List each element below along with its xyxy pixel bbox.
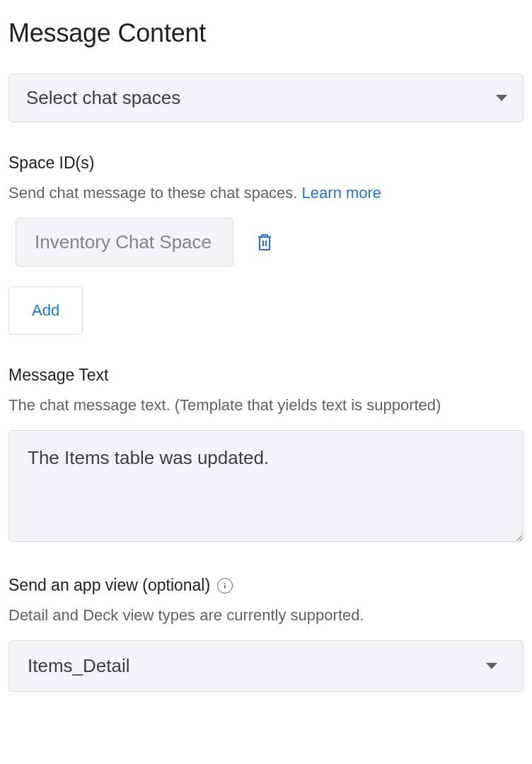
message-text-input[interactable] bbox=[8, 430, 524, 542]
info-icon[interactable] bbox=[217, 578, 233, 594]
space-id-row: Inventory Chat Space bbox=[16, 218, 524, 267]
space-ids-section: Space ID(s) Send chat message to these c… bbox=[8, 154, 524, 335]
space-ids-description-text: Send chat message to these chat spaces. bbox=[8, 184, 302, 202]
app-view-section: Send an app view (optional) Detail and D… bbox=[8, 576, 524, 692]
space-id-input[interactable]: Inventory Chat Space bbox=[16, 218, 233, 267]
space-ids-description: Send chat message to these chat spaces. … bbox=[8, 181, 524, 205]
message-text-section: Message Text The chat message text. (Tem… bbox=[8, 366, 524, 545]
svg-rect-2 bbox=[224, 585, 226, 589]
add-space-button[interactable]: Add bbox=[8, 286, 83, 335]
app-view-dropdown[interactable]: Items_Detail bbox=[8, 640, 524, 692]
delete-space-button[interactable] bbox=[253, 230, 276, 255]
svg-rect-0 bbox=[260, 237, 270, 250]
app-view-label: Send an app view (optional) bbox=[8, 576, 210, 595]
learn-more-link[interactable]: Learn more bbox=[302, 184, 382, 202]
caret-down-icon bbox=[486, 663, 497, 669]
message-text-label: Message Text bbox=[8, 366, 524, 385]
page-title: Message Content bbox=[8, 18, 524, 48]
app-view-selected: Items_Detail bbox=[28, 655, 130, 677]
app-view-description: Detail and Deck view types are currently… bbox=[8, 603, 524, 627]
space-ids-label: Space ID(s) bbox=[8, 154, 524, 173]
trash-icon bbox=[256, 233, 273, 253]
message-text-description: The chat message text. (Template that yi… bbox=[8, 393, 524, 417]
select-chat-spaces-placeholder: Select chat spaces bbox=[26, 87, 180, 109]
caret-down-icon bbox=[496, 95, 507, 101]
select-chat-spaces-dropdown[interactable]: Select chat spaces bbox=[8, 74, 524, 122]
svg-point-1 bbox=[224, 583, 226, 584]
